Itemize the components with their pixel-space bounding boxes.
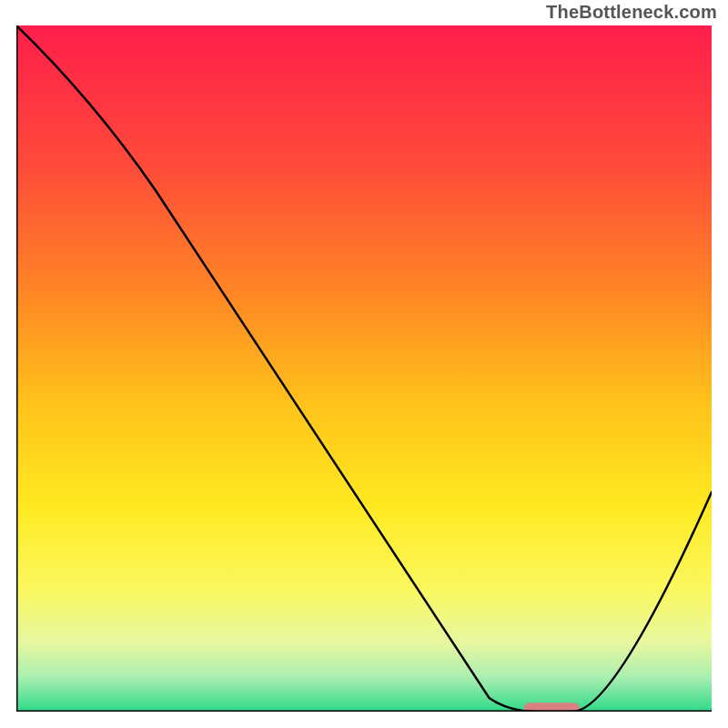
- watermark-text: TheBottleneck.com: [546, 2, 717, 23]
- bottleneck-chart: [16, 25, 712, 712]
- plot-background: [16, 25, 712, 712]
- chart-svg: [16, 25, 712, 712]
